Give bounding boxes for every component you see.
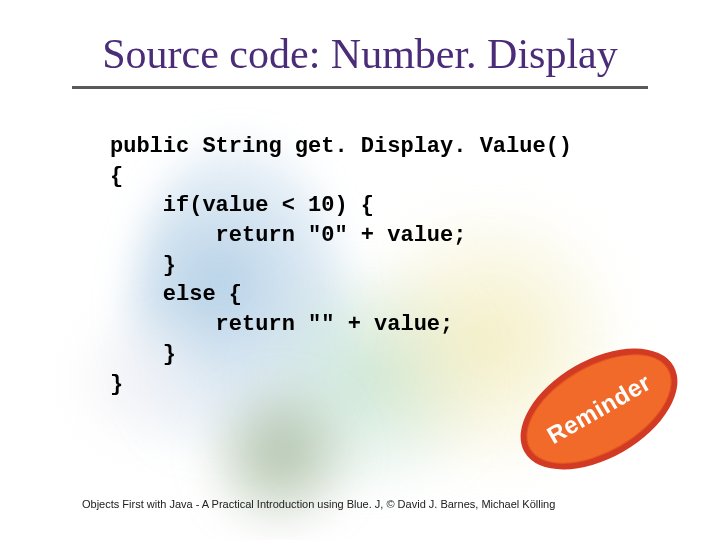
reminder-sticker-label: Reminder <box>542 368 655 450</box>
slide-title: Source code: Number. Display <box>0 30 720 78</box>
slide: Source code: Number. Display public Stri… <box>0 0 720 540</box>
footer-citation: Objects First with Java - A Practical In… <box>82 498 642 510</box>
title-underline <box>72 86 648 89</box>
code-block: public String get. Display. Value() { if… <box>110 132 630 399</box>
